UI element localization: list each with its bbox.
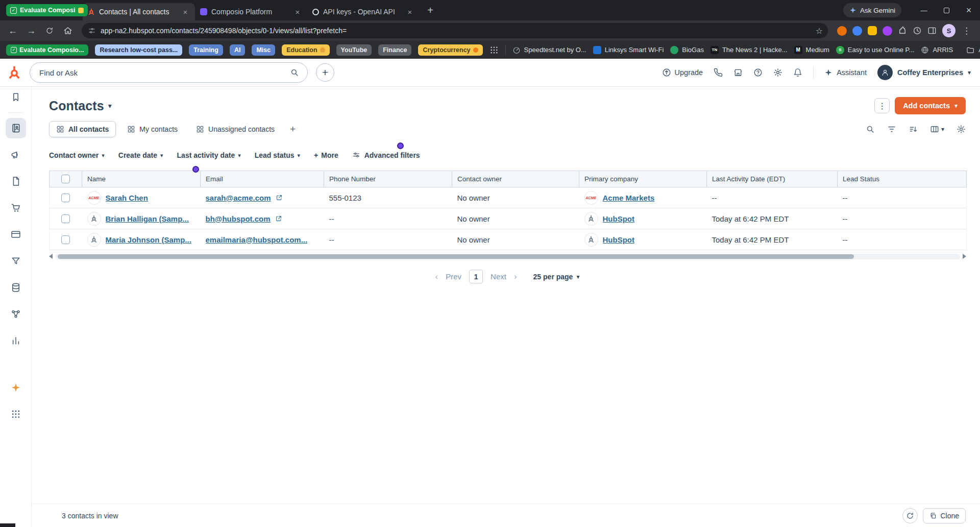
minimize-button[interactable]: — xyxy=(913,0,935,20)
chevron-right-icon[interactable]: › xyxy=(514,272,517,282)
external-link-icon[interactable] xyxy=(275,215,282,222)
view-tab-my-contacts[interactable]: My contacts xyxy=(120,121,185,137)
extension-icon[interactable] xyxy=(837,26,847,36)
assistant-button[interactable]: Assistant xyxy=(824,68,867,77)
side-panel-icon[interactable] xyxy=(927,26,937,35)
calling-button[interactable] xyxy=(714,68,723,77)
company-link[interactable]: HubSpot xyxy=(603,214,634,223)
view-tab-all-contacts[interactable]: All contacts xyxy=(49,121,116,137)
rail-reporting[interactable] xyxy=(6,330,26,351)
browser-menu-button[interactable]: ⋮ xyxy=(961,26,972,36)
chevron-down-icon[interactable]: ▾ xyxy=(108,102,112,110)
account-menu[interactable]: Coffey Enterprises ▾ xyxy=(877,65,971,80)
rail-content[interactable] xyxy=(6,171,26,191)
close-icon[interactable]: × xyxy=(405,7,414,16)
search-records-button[interactable] xyxy=(866,125,875,134)
prev-button[interactable]: Prev xyxy=(446,272,461,281)
view-tab-unassigned-contacts[interactable]: Unassigned contacts xyxy=(189,121,282,137)
filter-button[interactable] xyxy=(887,125,896,134)
add-contacts-button[interactable]: Add contacts ▾ xyxy=(895,97,966,114)
bookmark-group-evaluate[interactable]: ✓ Evaluate Composio... xyxy=(6,44,88,56)
close-icon[interactable]: × xyxy=(181,7,190,16)
company-link[interactable]: Acme Markets xyxy=(603,194,655,202)
contact-name-link[interactable]: Sarah Chen xyxy=(106,194,148,202)
reload-button[interactable] xyxy=(41,22,58,39)
filter-create-date[interactable]: Create date▾ xyxy=(118,151,163,159)
close-window-button[interactable]: × xyxy=(958,0,980,20)
scrollbar-thumb[interactable] xyxy=(58,254,854,259)
extension-icon[interactable] xyxy=(852,26,862,36)
bookmark-star-icon[interactable]: ☆ xyxy=(816,26,823,36)
edit-columns-button[interactable]: ▾ xyxy=(930,125,944,134)
current-page-button[interactable]: 1 xyxy=(469,270,483,283)
bookmark-medium[interactable]: M Medium xyxy=(794,46,829,54)
column-header-email[interactable]: Email xyxy=(201,171,324,187)
profile-avatar[interactable]: S xyxy=(942,24,955,37)
bookmark-thenews[interactable]: TN The News 2 | Hacke... xyxy=(710,46,788,54)
contact-email-link[interactable]: sarah@acme.com xyxy=(206,194,271,202)
bookmark-group-education[interactable]: Education xyxy=(282,44,329,56)
contact-name-link[interactable]: Brian Halligan (Samp... xyxy=(106,214,189,223)
clone-button[interactable]: Clone xyxy=(923,508,966,523)
bookmark-group-misc[interactable]: Misc xyxy=(252,44,275,56)
back-button[interactable]: ← xyxy=(4,22,21,39)
extensions-puzzle-icon[interactable] xyxy=(898,26,907,35)
bookmark-group-ai[interactable]: AI xyxy=(230,44,246,56)
scroll-right-arrow[interactable] xyxy=(963,254,966,259)
extension-icon[interactable] xyxy=(868,26,877,35)
search-input[interactable] xyxy=(39,68,285,77)
refresh-view-button[interactable] xyxy=(902,508,918,523)
extension-icon[interactable] xyxy=(883,26,892,36)
filter-lead-status[interactable]: Lead status▾ xyxy=(255,151,300,159)
rail-data[interactable] xyxy=(6,277,26,298)
ask-gemini-button[interactable]: Ask Gemini xyxy=(843,3,901,17)
rail-breeze-ai[interactable] xyxy=(6,377,26,398)
home-button[interactable] xyxy=(59,22,77,39)
column-header-company[interactable]: Primary company xyxy=(579,171,707,187)
rail-commerce[interactable] xyxy=(6,198,26,218)
sort-button[interactable] xyxy=(909,125,918,134)
column-header-owner[interactable]: Contact owner xyxy=(452,171,579,187)
bookmark-biogas[interactable]: BioGas xyxy=(670,46,704,54)
maximize-button[interactable] xyxy=(935,0,958,20)
rail-bookmarks[interactable] xyxy=(6,87,26,107)
rail-payments[interactable] xyxy=(6,224,26,245)
column-header-lead-status[interactable]: Lead Status xyxy=(838,171,967,187)
column-header-name[interactable]: Name xyxy=(82,171,201,187)
bookmark-speedtest[interactable]: Speedtest.net by O... xyxy=(512,46,586,54)
table-settings-button[interactable] xyxy=(957,125,966,134)
bookmark-group-crypto[interactable]: Cryptocurrency xyxy=(418,44,482,56)
column-header-phone[interactable]: Phone Number xyxy=(324,171,452,187)
address-bar[interactable]: app-na2.hubspot.com/contacts/245908498/o… xyxy=(82,23,828,38)
chevron-left-icon[interactable]: ‹ xyxy=(435,272,438,282)
extension-badge[interactable]: ✓ Evaluate Composi xyxy=(6,4,88,16)
per-page-selector[interactable]: 25 per page ▾ xyxy=(533,273,580,281)
tab-composio[interactable]: Composio Platform × xyxy=(195,3,307,20)
global-search[interactable] xyxy=(30,62,308,83)
help-button[interactable] xyxy=(753,68,763,77)
bookmark-group-training[interactable]: Training xyxy=(189,44,223,56)
new-tab-button[interactable]: + xyxy=(423,3,438,18)
company-link[interactable]: HubSpot xyxy=(603,235,634,244)
rail-more-tools[interactable] xyxy=(6,404,26,424)
scroll-left-arrow[interactable] xyxy=(49,254,53,259)
external-link-icon[interactable] xyxy=(276,194,283,201)
page-actions-button[interactable]: ⋮ xyxy=(874,98,890,113)
tab-contacts[interactable]: Contacts | All contacts × xyxy=(83,3,195,20)
upgrade-button[interactable]: Upgrade xyxy=(662,68,703,77)
filter-contact-owner[interactable]: Contact owner▾ xyxy=(49,151,105,159)
history-icon[interactable] xyxy=(913,26,922,35)
bookmark-group-finance[interactable]: Finance xyxy=(378,44,411,56)
rail-automations[interactable] xyxy=(6,251,26,271)
rail-crm[interactable] xyxy=(6,118,26,138)
add-view-button[interactable]: + xyxy=(286,124,300,135)
row-checkbox[interactable] xyxy=(61,214,70,223)
filter-more[interactable]: +More xyxy=(314,151,338,159)
close-icon[interactable]: × xyxy=(293,7,302,16)
row-checkbox[interactable] xyxy=(61,235,70,244)
marketplace-button[interactable] xyxy=(733,68,743,77)
filter-last-activity-date[interactable]: Last activity date▾ xyxy=(177,151,241,159)
settings-button[interactable] xyxy=(773,68,782,77)
bookmark-group-youtube[interactable]: YouTube xyxy=(336,44,372,56)
scrollbar-track[interactable] xyxy=(55,254,960,259)
